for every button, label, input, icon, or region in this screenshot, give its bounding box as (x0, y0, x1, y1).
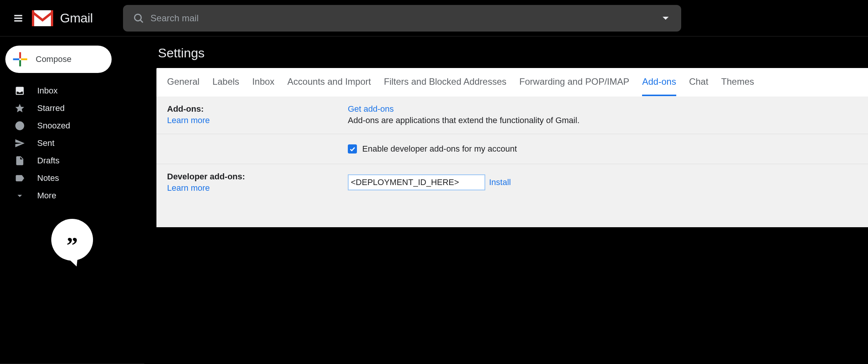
chevron-down-icon (14, 190, 25, 201)
get-addons-link[interactable]: Get add-ons (348, 104, 394, 114)
settings-tabs: General Labels Inbox Accounts and Import… (156, 68, 868, 97)
app-header: Gmail (0, 0, 868, 36)
tab-forwarding-pop-imap[interactable]: Forwarding and POP/IMAP (519, 76, 629, 96)
check-icon (349, 146, 356, 152)
enable-developer-label: Enable developer add-ons for my account (362, 144, 517, 154)
tab-general[interactable]: General (167, 76, 199, 96)
hangouts-button[interactable]: ” (0, 219, 144, 261)
compose-label: Compose (36, 54, 71, 64)
svg-rect-0 (32, 10, 53, 26)
search-options-button[interactable] (657, 9, 674, 27)
sidebar: Compose Inbox Starred Snoozed Sent (0, 36, 144, 364)
svg-point-4 (135, 14, 142, 21)
hangouts-icon: ” (51, 219, 93, 261)
settings-body: Add-ons: Learn more Get add-ons Add-ons … (156, 97, 868, 227)
sidebar-item-label: Inbox (37, 86, 58, 96)
developer-addons-section: Developer add-ons: Learn more Install (156, 164, 868, 227)
search-icon (133, 13, 144, 24)
developer-section-label: Developer add-ons: (167, 172, 245, 181)
tab-add-ons[interactable]: Add-ons (642, 76, 676, 96)
sidebar-item-label: Snoozed (37, 121, 70, 131)
svg-rect-7 (19, 60, 21, 66)
sidebar-item-label: Notes (37, 173, 59, 183)
deployment-id-input[interactable] (348, 174, 485, 190)
compose-button[interactable]: Compose (5, 46, 112, 73)
tab-labels[interactable]: Labels (212, 76, 239, 96)
search-bar[interactable] (123, 5, 681, 32)
svg-rect-2 (32, 10, 34, 26)
inbox-icon (14, 85, 25, 96)
sidebar-item-drafts[interactable]: Drafts (0, 152, 144, 169)
sidebar-item-more[interactable]: More (0, 187, 144, 204)
gmail-envelope-icon (32, 10, 53, 26)
sidebar-item-starred[interactable]: Starred (0, 100, 144, 117)
enable-developer-checkbox[interactable] (348, 144, 357, 154)
page-title: Settings (158, 46, 868, 60)
tab-filters-blocked[interactable]: Filters and Blocked Addresses (384, 76, 507, 96)
sidebar-item-label: Sent (37, 138, 54, 148)
svg-line-5 (140, 20, 143, 22)
addons-learn-more-link[interactable]: Learn more (167, 116, 348, 125)
tab-chat[interactable]: Chat (689, 76, 709, 96)
sidebar-item-label: Starred (37, 103, 65, 113)
addons-description: Add-ons are applications that extend the… (348, 116, 579, 125)
settings-main: Settings General Labels Inbox Accounts a… (144, 36, 868, 364)
sidebar-item-snoozed[interactable]: Snoozed (0, 117, 144, 135)
main-menu-button[interactable] (9, 9, 27, 27)
svg-rect-3 (51, 10, 53, 26)
document-icon (14, 155, 25, 166)
star-icon (14, 103, 25, 114)
addons-section: Add-ons: Learn more Get add-ons Add-ons … (156, 97, 868, 134)
plus-icon (12, 51, 28, 67)
svg-rect-8 (13, 59, 19, 60)
sidebar-item-sent[interactable]: Sent (0, 135, 144, 152)
hamburger-icon (13, 13, 24, 24)
search-input[interactable] (150, 13, 657, 24)
svg-rect-9 (21, 59, 27, 60)
tab-inbox[interactable]: Inbox (252, 76, 275, 96)
sidebar-item-label: More (37, 191, 56, 201)
chevron-down-icon (663, 17, 669, 20)
send-icon (14, 138, 25, 149)
clock-icon (14, 120, 25, 131)
label-icon (14, 173, 25, 184)
sidebar-item-notes[interactable]: Notes (0, 169, 144, 187)
search-button[interactable] (130, 9, 147, 27)
developer-learn-more-link[interactable]: Learn more (167, 183, 348, 193)
svg-rect-6 (19, 52, 21, 58)
sidebar-item-inbox[interactable]: Inbox (0, 82, 144, 100)
tab-themes[interactable]: Themes (721, 76, 754, 96)
gmail-logo[interactable]: Gmail (32, 10, 93, 26)
addons-section-label: Add-ons: (167, 104, 204, 114)
enable-developer-section: Enable developer add-ons for my account (156, 134, 868, 164)
install-link[interactable]: Install (489, 177, 511, 187)
settings-card: General Labels Inbox Accounts and Import… (156, 68, 868, 227)
gmail-logo-text: Gmail (60, 11, 93, 25)
content-area: Compose Inbox Starred Snoozed Sent (0, 36, 868, 364)
sidebar-item-label: Drafts (37, 156, 60, 166)
tab-accounts-import[interactable]: Accounts and Import (287, 76, 371, 96)
